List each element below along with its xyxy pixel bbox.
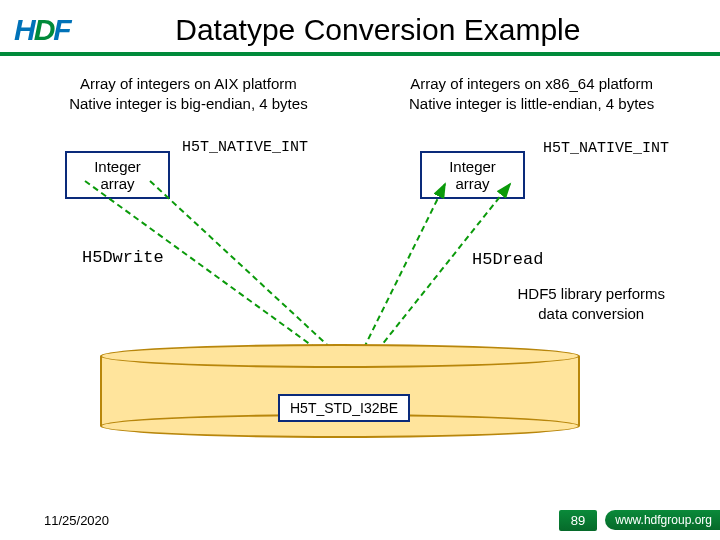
left-array-box: Integer array (65, 151, 170, 199)
logo-letter-d: D (34, 13, 54, 47)
left-desc-line1: Array of integers on AIX platform (30, 74, 347, 94)
right-array-box: Integer array (420, 151, 525, 199)
disk-type-label: H5T_STD_I32BE (278, 394, 410, 422)
right-description: Array of integers on x86_64 platform Nat… (373, 74, 690, 113)
slide-content: Array of integers on AIX platform Native… (0, 56, 720, 500)
right-desc-line1: Array of integers on x86_64 platform (373, 74, 690, 94)
slide-footer: 11/25/2020 89 www.hdfgroup.org (0, 500, 720, 540)
left-native-type: H5T_NATIVE_INT (182, 139, 308, 156)
left-description: Array of integers on AIX platform Native… (30, 74, 347, 113)
right-desc-line2: Native integer is little-endian, 4 bytes (373, 94, 690, 114)
footer-right: 89 www.hdfgroup.org (559, 510, 720, 531)
description-row: Array of integers on AIX platform Native… (0, 56, 720, 113)
right-native-type: H5T_NATIVE_INT (543, 140, 669, 157)
logo-letter-f: F (53, 13, 69, 47)
page-number: 89 (559, 510, 597, 531)
footer-date: 11/25/2020 (44, 513, 109, 528)
disk-cylinder (100, 344, 580, 439)
cyl-top (100, 344, 580, 368)
conv-note-line2: data conversion (517, 304, 665, 324)
write-arrow-1 (85, 181, 340, 366)
slide-title: Datatype Conversion Example (80, 13, 676, 47)
conv-note-line1: HDF5 library performs (517, 284, 665, 304)
write-arrow-2 (150, 181, 350, 366)
conversion-note: HDF5 library performs data conversion (517, 284, 665, 323)
footer-url: www.hdfgroup.org (605, 510, 720, 530)
h5dread-label: H5Dread (472, 250, 543, 269)
left-desc-line2: Native integer is big-endian, 4 bytes (30, 94, 347, 114)
slide-header: HDF Datatype Conversion Example (0, 0, 720, 56)
hdf-logo: HDF (14, 13, 70, 47)
logo-letter-h: H (14, 13, 34, 47)
read-arrow-1 (355, 184, 445, 366)
read-arrow-2 (365, 184, 510, 366)
h5dwrite-label: H5Dwrite (82, 248, 164, 267)
